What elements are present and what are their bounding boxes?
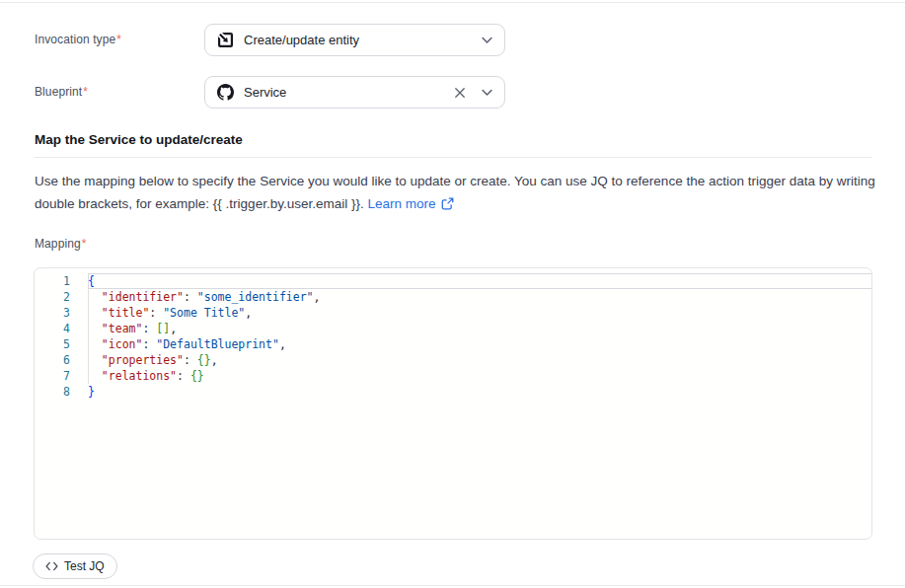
bottom-divider	[0, 585, 905, 586]
code-line[interactable]: 3 "title": "Some Title",	[35, 305, 871, 321]
code-line[interactable]: 6 "properties": {},	[35, 352, 871, 368]
code-text: "team": [],	[88, 321, 177, 336]
learn-more-label: Learn more	[367, 196, 435, 211]
clear-icon[interactable]	[454, 87, 466, 99]
code-text: }	[88, 384, 95, 400]
line-number: 7	[35, 368, 70, 384]
required-asterisk: *	[116, 33, 121, 46]
mapping-description: Use the mapping below to specify the Ser…	[35, 170, 876, 215]
section-divider	[35, 157, 872, 158]
code-text: "properties": {},	[88, 352, 218, 368]
line-number: 5	[35, 336, 70, 352]
mapping-description-text: Use the mapping below to specify the Ser…	[35, 174, 875, 211]
code-text: "relations": {}	[88, 368, 204, 384]
code-text: "icon": "DefaultBlueprint",	[88, 336, 286, 352]
code-lines: 1{2 "identifier": "some_identifier",3 "t…	[35, 273, 871, 400]
code-line[interactable]: 7 "relations": {}	[35, 368, 871, 384]
line-number: 8	[35, 384, 70, 400]
action-mapping-form: Invocation type* Create/update entity Bl…	[0, 0, 905, 588]
line-number: 1	[35, 273, 70, 289]
test-jq-button[interactable]: Test JQ	[33, 553, 117, 579]
blueprint-label-text: Blueprint	[35, 85, 82, 99]
code-line[interactable]: 5 "icon": "DefaultBlueprint",	[35, 336, 871, 352]
required-asterisk: *	[83, 85, 88, 99]
chevron-down-icon	[482, 37, 492, 44]
top-divider	[0, 2, 905, 3]
external-link-icon	[441, 197, 454, 210]
code-line[interactable]: 1{	[35, 273, 871, 289]
chevron-down-icon	[482, 89, 492, 97]
mapping-editor[interactable]: 1{2 "identifier": "some_identifier",3 "t…	[34, 267, 872, 540]
code-line[interactable]: 2 "identifier": "some_identifier",	[35, 289, 871, 305]
required-asterisk: *	[82, 237, 87, 251]
line-number: 3	[35, 305, 70, 321]
invocation-type-label: Invocation type*	[35, 33, 121, 46]
line-number: 2	[35, 289, 70, 305]
github-icon	[217, 84, 234, 101]
code-text: "identifier": "some_identifier",	[88, 289, 320, 305]
line-number: 6	[35, 352, 70, 368]
line-number: 4	[35, 321, 70, 336]
invocation-type-value: Create/update entity	[244, 33, 359, 47]
blueprint-value: Service	[244, 85, 286, 100]
code-text: "title": "Some Title",	[88, 305, 252, 321]
invocation-type-label-text: Invocation type	[35, 33, 115, 46]
create-update-entity-icon	[217, 32, 234, 48]
test-jq-label: Test JQ	[64, 559, 105, 573]
section-heading: Map the Service to update/create	[35, 132, 243, 147]
code-text: {	[88, 273, 95, 289]
code-line[interactable]: 4 "team": [],	[35, 321, 871, 336]
code-line[interactable]: 8}	[35, 384, 871, 400]
code-icon	[45, 561, 58, 571]
invocation-type-select[interactable]: Create/update entity	[204, 24, 505, 56]
blueprint-select[interactable]: Service	[204, 76, 505, 109]
blueprint-label: Blueprint*	[35, 85, 88, 99]
mapping-label-text: Mapping	[35, 237, 81, 251]
learn-more-link[interactable]: Learn more	[367, 196, 453, 211]
mapping-label: Mapping*	[35, 237, 87, 251]
